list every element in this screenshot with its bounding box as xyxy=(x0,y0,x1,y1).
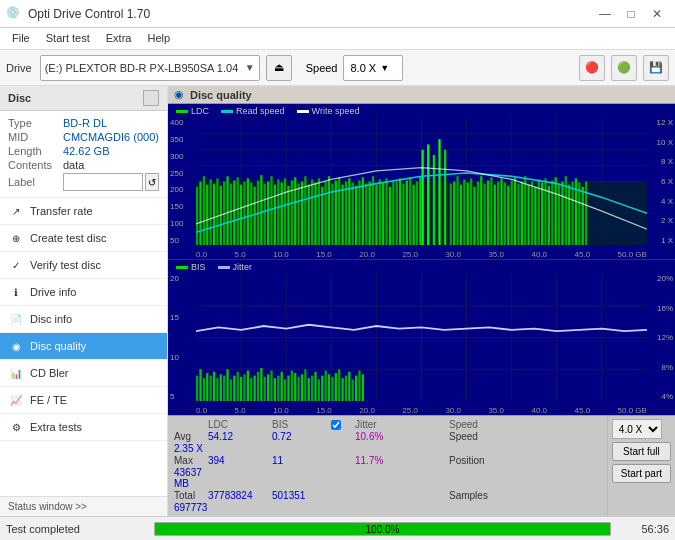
avg-bis: 0.72 xyxy=(272,431,327,442)
svg-rect-154 xyxy=(237,372,239,401)
svg-rect-37 xyxy=(264,184,266,245)
svg-rect-32 xyxy=(247,178,249,245)
svg-rect-73 xyxy=(385,178,387,245)
type-key: Type xyxy=(8,117,63,129)
svg-rect-105 xyxy=(504,183,506,245)
status-text: Test completed xyxy=(6,523,146,535)
svg-rect-128 xyxy=(582,187,584,245)
svg-rect-170 xyxy=(291,371,293,401)
svg-rect-189 xyxy=(355,376,357,401)
svg-rect-59 xyxy=(338,177,340,245)
menu-help[interactable]: Help xyxy=(139,30,178,47)
menu-extra[interactable]: Extra xyxy=(98,30,140,47)
svg-rect-39 xyxy=(270,176,272,245)
label-key: Label xyxy=(8,176,63,188)
stats-panel: LDC BIS Jitter Speed Avg 54.12 0.72 10.6… xyxy=(168,416,607,516)
close-button[interactable]: ✕ xyxy=(645,4,669,24)
sidebar-item-transfer-rate[interactable]: ↗ Transfer rate xyxy=(0,198,167,225)
svg-rect-79 xyxy=(438,139,440,245)
svg-rect-190 xyxy=(358,371,360,401)
speed-selector[interactable]: 8.0 X ▼ xyxy=(343,55,403,81)
top-chart-legend: LDC Read speed Write speed xyxy=(176,106,359,116)
sidebar-label-transfer-rate: Transfer rate xyxy=(30,205,93,217)
sidebar-item-verify-test-disc[interactable]: ✓ Verify test disc xyxy=(0,252,167,279)
svg-rect-41 xyxy=(277,179,279,245)
svg-rect-52 xyxy=(314,183,316,245)
svg-rect-69 xyxy=(372,176,374,245)
svg-rect-97 xyxy=(477,182,479,246)
svg-rect-18 xyxy=(199,182,201,246)
speed-dropdown[interactable]: 4.0 X xyxy=(612,419,662,439)
total-label: Total xyxy=(174,490,204,501)
sidebar-item-cd-bler[interactable]: 📊 CD Bler xyxy=(0,360,167,387)
svg-rect-30 xyxy=(240,185,242,245)
svg-rect-99 xyxy=(484,184,486,245)
length-value: 42.62 GB xyxy=(63,145,109,157)
toolbar-icon-btn-3[interactable]: 💾 xyxy=(643,55,669,81)
content-header: ◉ Disc quality xyxy=(168,86,675,104)
svg-rect-72 xyxy=(382,183,384,245)
menu-file[interactable]: File xyxy=(4,30,38,47)
svg-rect-42 xyxy=(281,183,283,245)
svg-rect-44 xyxy=(287,186,289,245)
max-label: Max xyxy=(174,455,204,466)
svg-rect-34 xyxy=(254,187,256,245)
maximize-button[interactable]: □ xyxy=(619,4,643,24)
start-part-button[interactable]: Start part xyxy=(612,464,671,483)
svg-rect-86 xyxy=(412,185,414,245)
svg-rect-115 xyxy=(538,179,540,245)
svg-rect-188 xyxy=(352,379,354,401)
svg-rect-151 xyxy=(226,369,228,401)
toolbar: Drive (E:) PLEXTOR BD-R PX-LB950SA 1.04 … xyxy=(0,50,675,86)
sidebar-item-create-test-disc[interactable]: ⊕ Create test disc xyxy=(0,225,167,252)
svg-rect-43 xyxy=(284,178,286,245)
start-full-button[interactable]: Start full xyxy=(612,442,671,461)
svg-rect-124 xyxy=(568,185,570,245)
minimize-button[interactable]: — xyxy=(593,4,617,24)
type-value: BD-R DL xyxy=(63,117,107,129)
svg-rect-127 xyxy=(578,183,580,245)
sidebar-item-fe-te[interactable]: 📈 FE / TE xyxy=(0,387,167,414)
drive-dropdown-arrow: ▼ xyxy=(245,62,255,73)
sidebar-item-disc-quality[interactable]: ◉ Disc quality xyxy=(0,333,167,360)
sidebar-item-drive-info[interactable]: ℹ Drive info xyxy=(0,279,167,306)
sidebar-item-extra-tests[interactable]: ⚙ Extra tests xyxy=(0,414,167,441)
svg-rect-28 xyxy=(233,180,235,245)
svg-rect-22 xyxy=(213,184,215,245)
svg-rect-145 xyxy=(206,373,208,401)
sidebar-label-verify-test-disc: Verify test disc xyxy=(30,259,101,271)
svg-rect-108 xyxy=(514,177,516,245)
label-input[interactable] xyxy=(63,173,143,191)
bottom-chart-legend: BIS Jitter xyxy=(176,262,252,272)
speed-control-row: 4.0 X xyxy=(612,419,671,439)
svg-rect-158 xyxy=(250,378,252,401)
svg-rect-47 xyxy=(297,184,299,245)
status-window-toggle[interactable]: Status window >> xyxy=(0,496,167,516)
svg-rect-101 xyxy=(490,177,492,245)
svg-rect-111 xyxy=(524,176,526,245)
sidebar-item-disc-info[interactable]: 📄 Disc info xyxy=(0,306,167,333)
jitter-checkbox[interactable] xyxy=(331,420,341,430)
samples-label: Samples xyxy=(449,490,524,501)
charts-area: LDC Read speed Write speed 400 350 300 xyxy=(168,104,675,415)
sidebar-label-create-test-disc: Create test disc xyxy=(30,232,106,244)
toolbar-icon-btn-2[interactable]: 🟢 xyxy=(611,55,637,81)
menu-start-test[interactable]: Start test xyxy=(38,30,98,47)
svg-rect-31 xyxy=(243,182,245,246)
eject-button[interactable]: ⏏ xyxy=(266,55,292,81)
toolbar-icon-btn-1[interactable]: 🔴 xyxy=(579,55,605,81)
svg-rect-51 xyxy=(311,179,313,245)
action-buttons: 4.0 X Start full Start part xyxy=(607,416,675,516)
svg-rect-178 xyxy=(318,379,320,401)
svg-rect-93 xyxy=(463,179,465,245)
label-refresh-button[interactable]: ↺ xyxy=(145,173,159,191)
svg-rect-53 xyxy=(318,178,320,245)
progress-bar: 100.0% xyxy=(154,522,611,536)
disc-refresh-button[interactable] xyxy=(143,90,159,106)
transfer-rate-icon: ↗ xyxy=(8,203,24,219)
content-title: Disc quality xyxy=(190,89,252,101)
svg-rect-102 xyxy=(494,185,496,245)
svg-rect-60 xyxy=(341,185,343,245)
svg-rect-19 xyxy=(203,176,205,245)
drive-selector[interactable]: (E:) PLEXTOR BD-R PX-LB950SA 1.04 ▼ xyxy=(40,55,260,81)
